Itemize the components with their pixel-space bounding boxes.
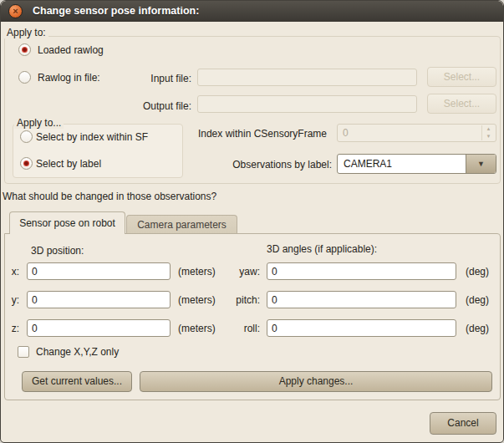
window-title: Change sensor pose information: [33,5,199,17]
radio-select-by-index[interactable] [20,130,33,143]
index-within-label: Index within CSensoryFrame [191,128,327,140]
dialog-window: × Change sensor pose information: Apply … [0,0,504,443]
apply-mode-frame-label: Apply to... [14,117,64,129]
spinner-down-icon[interactable]: ▼ [482,133,495,140]
z-unit-label: (meters) [178,323,216,334]
input-file-select-button[interactable]: Select... [427,67,496,87]
tab-sensor-pose[interactable]: Sensor pose on robot [9,211,125,234]
observations-combobox[interactable]: CAMERA1 ▼ [337,154,496,174]
roll-label: roll: [223,323,260,334]
radio-select-by-label[interactable] [20,157,33,170]
spinner-up-icon[interactable]: ▲ [482,125,495,133]
yaw-label: yaw: [223,266,260,278]
pitch-label: pitch: [223,294,260,306]
index-spinner[interactable]: 0 ▲ ▼ [337,124,496,142]
pitch-input[interactable] [267,291,456,308]
z-label: z: [4,323,19,334]
pitch-unit-label: (deg) [466,294,489,306]
title-bar[interactable]: × Change sensor pose information: [1,1,503,22]
input-file-field[interactable] [197,69,417,86]
change-xyz-only-checkbox[interactable] [18,346,29,358]
z-input[interactable] [27,319,171,337]
observations-by-label-label: Observations by label: [198,159,332,171]
roll-input[interactable] [267,319,456,337]
y-label: y: [4,294,19,306]
close-icon[interactable]: × [8,4,23,18]
radio-select-by-label-label[interactable]: Select by label [36,158,101,170]
cancel-button[interactable]: Cancel [430,412,496,435]
yaw-unit-label: (deg) [466,266,489,278]
change-xyz-only-label[interactable]: Change X,Y,Z only [36,346,119,358]
index-spinner-value: 0 [343,127,349,139]
radio-rawlog-in-file-label[interactable]: Rawlog in file: [38,72,100,84]
y-input[interactable] [27,291,171,308]
yaw-input[interactable] [267,262,456,280]
apply-changes-button[interactable]: Apply changes... [140,371,492,392]
observations-combobox-value: CAMERA1 [344,158,392,170]
input-file-label: Input file: [133,73,191,84]
output-file-select-button[interactable]: Select... [427,94,496,114]
position-section-label: 3D position: [31,245,84,257]
apply-to-frame-label: Apply to: [4,27,48,38]
output-file-label: Output file: [133,100,191,112]
radio-loaded-rawlog[interactable] [18,43,31,56]
get-current-values-button[interactable]: Get current values... [22,371,132,392]
radio-select-by-index-label[interactable]: Select by index within SF [36,131,148,143]
angles-section-label: 3D angles (if applicable): [267,243,377,255]
y-unit-label: (meters) [178,294,216,306]
roll-unit-label: (deg) [466,323,489,334]
output-file-field[interactable] [197,95,417,113]
x-unit-label: (meters) [178,266,216,278]
spinner-arrows[interactable]: ▲ ▼ [481,125,495,140]
x-label: x: [4,266,19,278]
radio-loaded-rawlog-label[interactable]: Loaded rawlog [38,44,104,56]
question-text: What should be changed in those observat… [3,191,216,202]
radio-rawlog-in-file[interactable] [18,71,31,84]
x-input[interactable] [27,262,171,280]
dropdown-arrow-icon[interactable]: ▼ [466,155,496,173]
tab-camera-parameters[interactable]: Camera parameters [126,215,237,234]
